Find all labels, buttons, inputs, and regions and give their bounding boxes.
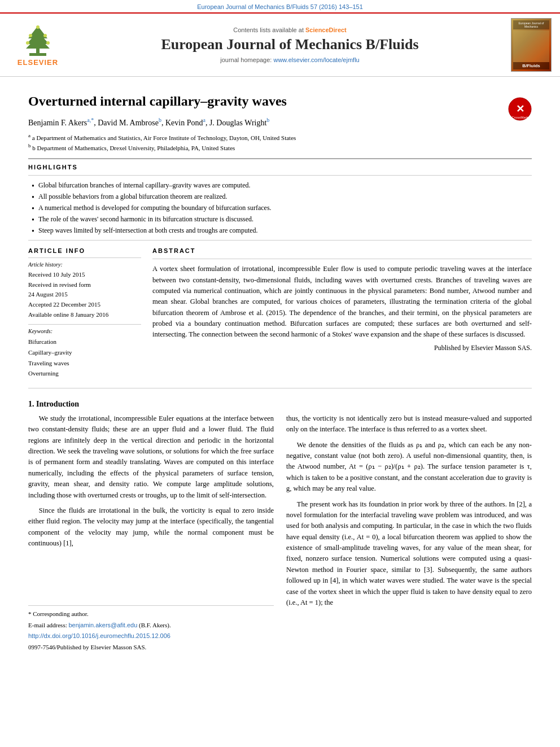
keyword-capillary: Capillary–gravity (28, 347, 141, 358)
abstract-column: ABSTRACT A vortex sheet formulation of i… (152, 247, 532, 379)
published-line: Published by Elsevier Masson SAS. (152, 344, 532, 352)
journal-reference-bar: European Journal of Mechanics B/Fluids 5… (0, 0, 560, 12)
journal-header: ELSEVIER Contents lists available at Sci… (0, 12, 560, 77)
divider-after-abstract (28, 388, 532, 388)
highlight-item: The role of the waves' second harmonic i… (30, 214, 532, 224)
cover-title-top: European Journal ofMechanics (513, 20, 549, 29)
highlights-list: Global bifurcation branches of internal … (28, 180, 532, 235)
svg-text:✕: ✕ (516, 103, 524, 115)
history-label: Article history: (28, 261, 141, 268)
affiliations: a a Department of Mathematics and Statis… (28, 132, 532, 152)
highlight-item: A numerical method is developed for comp… (30, 203, 532, 213)
footnote-area: * Corresponding author. E-mail address: … (28, 605, 274, 652)
introduction-section: 1. Introduction We study the irrotationa… (28, 400, 532, 654)
journal-title: European Journal of Mechanics B/Fluids (75, 36, 505, 53)
author-wright: J. Douglas Wright (209, 119, 266, 127)
issn-line: 0997-7546/Published by Elsevier Masson S… (28, 643, 274, 652)
highlight-item: All possible behaviors from a global bif… (30, 191, 532, 202)
svg-point-8 (46, 41, 50, 45)
affil-b: b b Department of Mathematics, Drexel Un… (28, 142, 532, 152)
highlights-top-divider (28, 175, 532, 176)
intro-para-2: Since the fluids are irrotational in the… (28, 505, 274, 549)
intro-col2-para-2: We denote the densities of the fluids as… (286, 440, 532, 495)
intro-para-1: We study the irrotational, incompressibl… (28, 413, 274, 501)
author-akers: Benjamin F. Akers (28, 119, 87, 127)
sciencedirect-link[interactable]: ScienceDirect (305, 27, 347, 33)
svg-point-9 (36, 25, 40, 29)
highlights-section: HIGHLIGHTS Global bifurcation branches o… (28, 164, 532, 241)
author-email[interactable]: benjamin.akers@afit.edu (68, 622, 137, 628)
received-date: Received 10 July 2015 Received in revise… (28, 270, 141, 320)
keyword-traveling: Traveling waves (28, 358, 141, 369)
homepage-line: journal homepage: www.elsevier.com/locat… (75, 56, 505, 63)
sciencedirect-line: Contents lists available at ScienceDirec… (75, 27, 505, 33)
elsevier-tree-icon (18, 21, 58, 58)
intro-body-columns: We study the irrotational, incompressibl… (28, 413, 532, 654)
keywords-label: Keywords: (28, 328, 141, 334)
highlight-item: Steep waves limited by self-intersection… (30, 225, 532, 235)
homepage-url[interactable]: www.elsevier.com/locate/ejmflu (273, 56, 359, 63)
journal-cover-area: European Journal ofMechanics B/Fluids (511, 18, 553, 72)
author-pond: Kevin Pond (165, 119, 203, 127)
article-info-column: ARTICLE INFO Article history: Received 1… (28, 247, 141, 379)
intro-col2-para-1: thus, the vorticity is not identically z… (286, 413, 532, 435)
doi-line: http://dx.doi.org/10.1016/j.euromechflu.… (28, 631, 274, 641)
elsevier-brand-name: ELSEVIER (18, 58, 58, 67)
doi-link[interactable]: http://dx.doi.org/10.1016/j.euromechflu.… (28, 632, 170, 639)
intro-heading: 1. Introduction (28, 400, 532, 409)
title-area: ✕ CrossMark Overturned internal capillar… (28, 93, 532, 110)
intro-col-right: thus, the vorticity is not identically z… (286, 413, 532, 654)
intro-col2-para-3: The present work has its foundation in p… (286, 499, 532, 609)
abstract-top-divider (152, 259, 532, 259)
divider-after-affiliations (28, 158, 532, 159)
main-content: ✕ CrossMark Overturned internal capillar… (0, 77, 560, 665)
crossmark-icon[interactable]: ✕ CrossMark (508, 97, 532, 121)
highlights-bottom-divider (28, 240, 532, 241)
elsevier-logo-area: ELSEVIER (7, 21, 69, 69)
svg-point-6 (43, 34, 47, 37)
svg-point-7 (26, 41, 29, 45)
svg-text:CrossMark: CrossMark (511, 116, 528, 119)
svg-rect-1 (29, 53, 46, 56)
highlight-item: Global bifurcation branches of internal … (30, 180, 532, 190)
highlights-heading: HIGHLIGHTS (28, 164, 532, 171)
article-history-box: Article history: Received 10 July 2015 R… (28, 257, 141, 320)
keywords-section: Keywords: Bifurcation Capillary–gravity … (28, 324, 141, 379)
keyword-bifurcation: Bifurcation (28, 337, 141, 347)
author-ambrose: David M. Ambrose (98, 119, 159, 127)
journal-header-center: Contents lists available at ScienceDirec… (69, 27, 511, 63)
journal-ref-text: European Journal of Mechanics B/Fluids 5… (197, 3, 363, 10)
abstract-heading: ABSTRACT (152, 247, 532, 254)
abstract-text: A vortex sheet formulation of irrotation… (152, 264, 532, 340)
article-info-heading: ARTICLE INFO (28, 247, 141, 254)
corresponding-author-note: * Corresponding author. (28, 609, 274, 619)
elsevier-logo: ELSEVIER (18, 21, 58, 67)
affil-a: a a Department of Mathematics and Statis… (28, 132, 532, 142)
authors-line: Benjamin F. Akersa,*, David M. Ambroseb,… (28, 116, 532, 129)
cover-title-bottom: B/Fluids (513, 62, 549, 69)
article-title: Overturned internal capillary–gravity wa… (28, 93, 532, 110)
info-abstract-area: ARTICLE INFO Article history: Received 1… (28, 247, 532, 379)
journal-cover-image: European Journal ofMechanics B/Fluids (511, 18, 552, 72)
keyword-overturning: Overturning (28, 368, 141, 379)
svg-point-5 (29, 34, 32, 37)
email-note: E-mail address: benjamin.akers@afit.edu … (28, 621, 274, 630)
cover-body-image (513, 30, 549, 62)
intro-col-left: We study the irrotational, incompressibl… (28, 413, 274, 654)
